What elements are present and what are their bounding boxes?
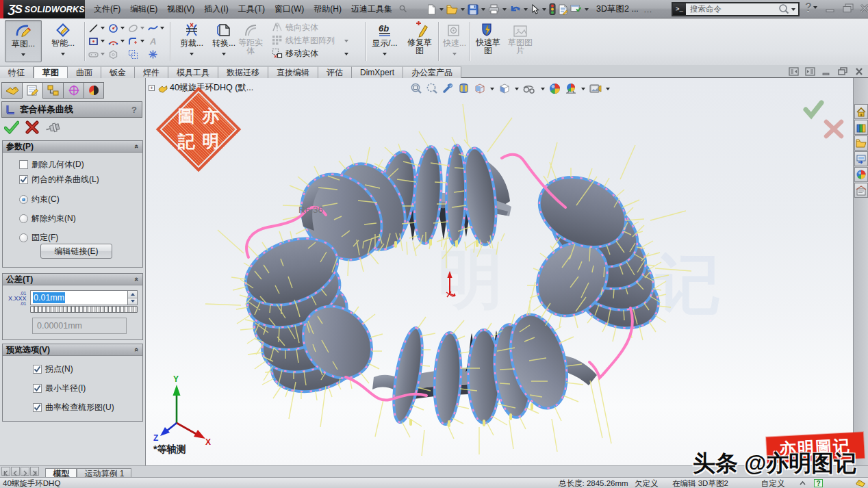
toolbar-overflow[interactable]: ...	[644, 5, 652, 14]
move-entities-dropdown[interactable]	[344, 53, 348, 55]
tab-features[interactable]: 特征	[0, 66, 34, 79]
slot-tool-disabled[interactable]	[88, 48, 106, 60]
tab-scroll-last-button[interactable]	[30, 467, 39, 476]
tab-data-migration[interactable]: 数据迁移	[218, 66, 268, 79]
curvature-combs-checkbox[interactable]	[33, 403, 42, 412]
rapid-snap-dropdown[interactable]	[452, 53, 457, 55]
repair-sketch-button[interactable]: 修复草图	[403, 20, 437, 62]
hide-show-items-button[interactable]	[522, 82, 538, 96]
tab-scroll-next-button[interactable]	[21, 467, 29, 476]
apply-scene-button[interactable]	[563, 81, 578, 96]
doc-restore-icon[interactable]	[837, 67, 848, 76]
cancel-button[interactable]	[25, 120, 39, 134]
minimum-radius-option[interactable]: 最小半径(I)	[33, 383, 86, 394]
point-tool[interactable]	[147, 48, 159, 60]
pin-button[interactable]	[45, 121, 60, 133]
zoom-fit-button[interactable]	[409, 81, 424, 96]
view-palette-tab[interactable]	[854, 151, 868, 166]
open-button[interactable]	[446, 3, 459, 15]
previous-view-button[interactable]	[441, 81, 455, 96]
dropdown-arrow-icon[interactable]	[120, 40, 125, 42]
status-help-icon[interactable]: ?	[814, 479, 823, 488]
options-button[interactable]	[570, 3, 583, 15]
search-magnifier-icon[interactable]	[778, 3, 790, 15]
unconstrained-option[interactable]: 解除约束(N)	[19, 213, 76, 224]
menu-pin-icon[interactable]	[398, 3, 407, 16]
open-dropdown[interactable]	[461, 8, 465, 11]
menu-help[interactable]: 帮助(H)	[309, 0, 346, 18]
view-settings-button[interactable]	[588, 82, 603, 96]
custom-properties-tab[interactable]	[854, 183, 868, 198]
linear-pattern-dropdown[interactable]	[344, 40, 348, 42]
save-button[interactable]	[467, 3, 479, 16]
dropdown-arrow-icon[interactable]	[160, 27, 164, 29]
tab-mold-tools[interactable]: 模具工具	[168, 66, 218, 79]
menu-tools[interactable]: 工具(T)	[233, 0, 270, 18]
tab-evaluate[interactable]: 评估	[318, 66, 352, 79]
move-entities-button[interactable]: 移动实体	[272, 48, 350, 60]
tab-sheet-metal[interactable]: 钣金	[101, 66, 135, 79]
rapid-snap-button-disabled[interactable]: 快速...	[440, 20, 469, 62]
ok-button[interactable]	[4, 120, 19, 134]
sketch-button[interactable]: 草图...	[5, 20, 42, 62]
display-style-button[interactable]	[497, 81, 512, 96]
offset-entities-button-disabled[interactable]: 等距实体	[235, 20, 266, 62]
view-orientation-dropdown[interactable]	[490, 88, 494, 90]
dropdown-arrow-icon[interactable]	[101, 27, 105, 29]
property-manager-tab[interactable]	[22, 82, 42, 99]
tolerance-slider[interactable]	[30, 306, 138, 313]
constrained-radio[interactable]	[19, 195, 28, 204]
menu-edit[interactable]: 编辑(E)	[125, 0, 162, 18]
tab-sketch[interactable]: 草图	[34, 66, 68, 79]
undo-button[interactable]	[509, 3, 522, 15]
search-input[interactable]: 搜索命令	[690, 4, 778, 14]
tab-scroll-prev-button[interactable]	[11, 467, 20, 476]
tab-weldments[interactable]: 焊件	[135, 66, 168, 79]
delete-geometry-option[interactable]: 删除几何体(D)	[19, 159, 84, 170]
fixed-radio[interactable]	[19, 233, 28, 242]
dropdown-arrow-icon[interactable]	[120, 27, 125, 29]
help-dropdown[interactable]	[813, 6, 817, 9]
trim-dropdown[interactable]	[190, 53, 194, 55]
menu-maidi-tools[interactable]: 迈迪工具集	[346, 0, 397, 18]
save-dropdown[interactable]	[481, 8, 485, 11]
edit-appearance-button[interactable]	[548, 81, 562, 96]
select-dropdown[interactable]	[542, 8, 546, 11]
display-relations-button[interactable]: 6b 显示/...	[368, 20, 401, 62]
undo-dropdown[interactable]	[524, 8, 528, 11]
fillet-tool[interactable]	[127, 35, 146, 47]
hide-show-dropdown[interactable]	[541, 88, 545, 90]
smart-dimension-button[interactable]: 智能...	[44, 20, 81, 62]
sketch-picture-button-disabled[interactable]: 草图图片	[505, 20, 536, 62]
display-relations-dropdown[interactable]	[383, 53, 387, 55]
menu-view[interactable]: 视图(V)	[162, 0, 199, 18]
minimum-radius-checkbox[interactable]	[33, 384, 42, 393]
fixed-option[interactable]: 固定(F)	[19, 232, 58, 244]
apply-scene-dropdown[interactable]	[581, 88, 585, 90]
status-custom-toggle[interactable]: 自定义	[761, 478, 785, 488]
constrained-option[interactable]: 约束(C)	[19, 194, 60, 205]
dimxpert-manager-tab[interactable]	[63, 82, 84, 99]
close-button[interactable]	[859, 3, 868, 13]
graphics-viewport[interactable]: 明 记 R6.36	[146, 78, 853, 465]
unconstrained-radio[interactable]	[19, 214, 28, 223]
trim-entities-button[interactable]: 剪裁...	[173, 20, 210, 62]
sketch-dropdown[interactable]	[21, 53, 25, 56]
print-dropdown[interactable]	[502, 8, 507, 11]
tolerance-header[interactable]: 公差(T)«	[3, 274, 142, 285]
edit-chaining-button[interactable]: 编辑链接(E)	[40, 244, 112, 259]
spin-down-icon[interactable]	[128, 298, 137, 305]
tab-direct-editing[interactable]: 直接编辑	[268, 66, 318, 79]
display-manager-tab[interactable]	[84, 82, 104, 99]
tree-expand-icon[interactable]: +	[149, 85, 155, 91]
status-tag-icon[interactable]	[856, 479, 866, 488]
print-button[interactable]	[487, 3, 500, 15]
new-file-dropdown[interactable]	[439, 8, 444, 11]
select-button[interactable]	[530, 3, 540, 16]
sw-resources-tab[interactable]	[854, 104, 868, 119]
tab-office-products[interactable]: 办公室产品	[403, 66, 461, 79]
rapid-sketch-button[interactable]: 快速草图	[472, 20, 505, 62]
restore-button[interactable]	[842, 3, 854, 13]
view-settings-dropdown[interactable]	[606, 88, 610, 90]
tab-scroll-first-button[interactable]	[1, 467, 10, 476]
